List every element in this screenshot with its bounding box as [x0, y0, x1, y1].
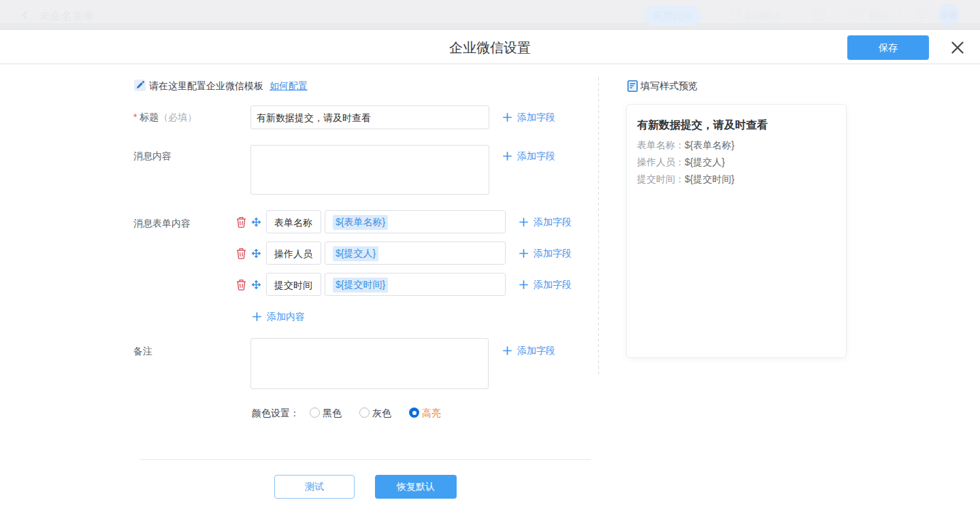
svg-text:?: ? [855, 12, 859, 19]
